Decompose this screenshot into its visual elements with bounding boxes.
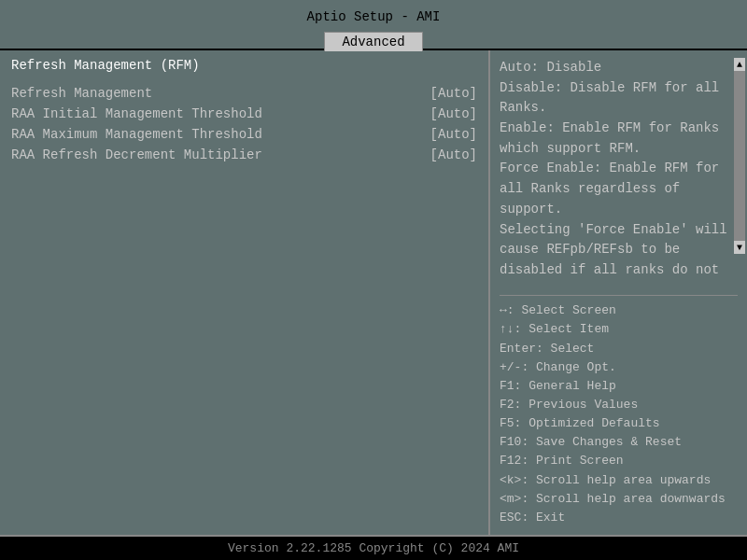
menu-item-label-1: RAA Initial Management Threshold bbox=[11, 106, 423, 121]
divider bbox=[500, 295, 738, 296]
key-help-line-2: Enter: Select bbox=[500, 340, 738, 358]
scrollbar-down-button[interactable]: ▼ bbox=[734, 241, 745, 254]
menu-item-value-0: [Auto] bbox=[423, 86, 477, 101]
help-line-1: Disable: Disable RFM for all bbox=[500, 78, 738, 99]
menu-item-0[interactable]: Refresh Management[Auto] bbox=[11, 86, 477, 101]
key-help-line-4: F1: General Help bbox=[500, 377, 738, 396]
key-help-line-8: F12: Print Screen bbox=[500, 452, 738, 470]
tab-bar: Advanced bbox=[0, 32, 747, 51]
scrollbar-thumb bbox=[734, 71, 745, 241]
menu-item-value-1: [Auto] bbox=[423, 106, 477, 121]
key-help: ↔: Select Screen↑↓: Select ItemEnter: Se… bbox=[500, 301, 738, 527]
menu-item-value-3: [Auto] bbox=[423, 147, 477, 162]
key-help-line-10: <m>: Scroll help area downwards bbox=[500, 490, 738, 509]
left-panel: Refresh Management (RFM) Refresh Managem… bbox=[0, 50, 490, 535]
help-line-10: disabled if all ranks do not bbox=[500, 260, 738, 281]
key-help-line-6: F5: Optimized Defaults bbox=[500, 414, 738, 433]
menu-list: Refresh Management[Auto]RAA Initial Mana… bbox=[11, 86, 477, 168]
key-help-line-0: ↔: Select Screen bbox=[500, 301, 738, 320]
tab-advanced[interactable]: Advanced bbox=[324, 32, 422, 51]
help-line-9: cause REFpb/REFsb to be bbox=[500, 240, 738, 260]
help-line-5: Force Enable: Enable RFM for bbox=[500, 159, 738, 179]
main-content: Refresh Management (RFM) Refresh Managem… bbox=[0, 49, 747, 535]
scrollbar-up-button[interactable]: ▲ bbox=[734, 58, 745, 71]
menu-item-label-2: RAA Maximum Management Threshold bbox=[11, 127, 423, 142]
help-line-8: Selecting 'Force Enable' will bbox=[500, 220, 738, 241]
footer-text: Version 2.22.1285 Copyright (C) 2024 AMI bbox=[228, 541, 519, 555]
menu-item-label-0: Refresh Management bbox=[11, 86, 423, 101]
key-help-line-5: F2: Previous Values bbox=[500, 396, 738, 414]
top-bar: Aptio Setup - AMI Advanced bbox=[0, 0, 747, 49]
key-help-line-3: +/-: Change Opt. bbox=[500, 358, 738, 377]
menu-item-3[interactable]: RAA Refresh Decrement Multiplier[Auto] bbox=[11, 147, 477, 162]
help-text: Auto: DisableDisable: Disable RFM for al… bbox=[500, 58, 738, 289]
help-line-4: which support RFM. bbox=[500, 139, 738, 160]
menu-item-label-3: RAA Refresh Decrement Multiplier bbox=[11, 147, 423, 162]
help-line-3: Enable: Enable RFM for Ranks bbox=[500, 119, 738, 139]
key-help-line-1: ↑↓: Select Item bbox=[500, 320, 738, 339]
key-help-line-7: F10: Save Changes & Reset bbox=[500, 433, 738, 452]
section-title: Refresh Management (RFM) bbox=[11, 58, 477, 73]
help-line-7: support. bbox=[500, 200, 738, 220]
help-line-2: Ranks. bbox=[500, 98, 738, 119]
app-title: Aptio Setup - AMI bbox=[0, 6, 747, 28]
help-line-0: Auto: Disable bbox=[500, 58, 738, 78]
menu-item-value-2: [Auto] bbox=[423, 127, 477, 142]
help-line-6: all Ranks regardless of bbox=[500, 179, 738, 200]
menu-item-1[interactable]: RAA Initial Management Threshold[Auto] bbox=[11, 106, 477, 121]
right-panel: ▲ ▼ Auto: DisableDisable: Disable RFM fo… bbox=[490, 50, 747, 535]
scrollbar[interactable]: ▲ ▼ bbox=[734, 58, 745, 254]
key-help-line-9: <k>: Scroll help area upwards bbox=[500, 471, 738, 490]
menu-item-2[interactable]: RAA Maximum Management Threshold[Auto] bbox=[11, 127, 477, 142]
footer: Version 2.22.1285 Copyright (C) 2024 AMI bbox=[0, 535, 747, 560]
key-help-line-11: ESC: Exit bbox=[500, 509, 738, 527]
